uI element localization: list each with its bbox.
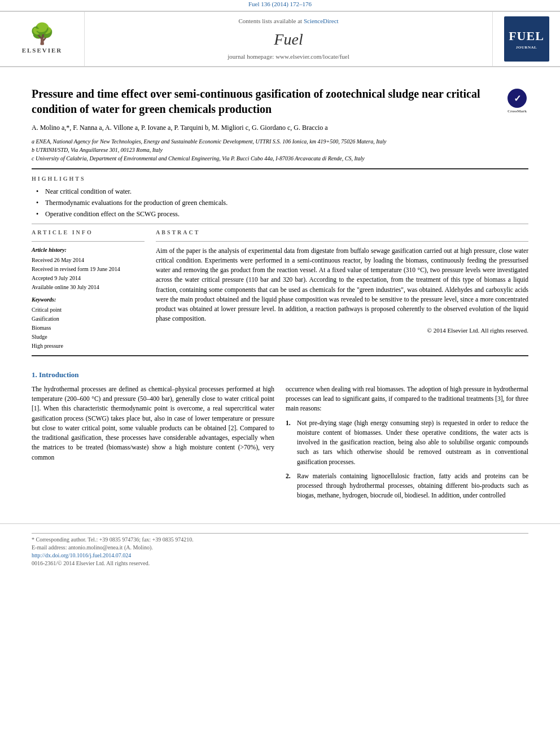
- highlight-1: Near critical condition of water.: [36, 186, 528, 196]
- abstract-text: Aim of the paper is the analysis of expe…: [156, 246, 528, 324]
- authors-text: A. Molino a,*, F. Nanna a, A. Villone a,…: [32, 124, 328, 132]
- intro-numbered-list: 1. Not pre-drying stage (high energy con…: [286, 418, 528, 501]
- highlights-label: HIGHLIGHTS: [32, 175, 528, 183]
- affiliations: a ENEA, National Agency for New Technolo…: [32, 137, 528, 163]
- page: Fuel 136 (2014) 172–176 🌳 ELSEVIER Conte…: [0, 0, 560, 572]
- affiliation-a: a ENEA, National Agency for New Technolo…: [32, 137, 528, 146]
- elsevier-tree-icon: 🌳: [29, 24, 55, 44]
- received-revised: Received in revised form 19 June 2014: [32, 265, 145, 273]
- abstract-label: ABSTRACT: [156, 229, 528, 237]
- elsevier-text: ELSEVIER: [22, 46, 63, 55]
- article-info-label: ARTICLE INFO: [32, 229, 145, 237]
- page-footer: * Corresponding author. Tel.: +39 0835 9…: [0, 523, 560, 572]
- section-divider-1: [32, 224, 528, 224]
- highlights-list: Near critical condition of water. Thermo…: [32, 186, 528, 219]
- journal-center: Contents lists available at ScienceDirec…: [85, 12, 492, 66]
- fuel-logo: FUEL JOURNAL: [504, 16, 549, 62]
- copyright-line: © 2014 Elsevier Ltd. All rights reserved…: [156, 326, 528, 335]
- abstract-col: ABSTRACT Aim of the paper is the analysi…: [156, 229, 528, 351]
- article-title-text: Pressure and time effect over semi-conti…: [32, 86, 506, 117]
- journal-ref: Fuel 136 (2014) 172–176: [248, 1, 312, 7]
- info-divider: [32, 241, 145, 242]
- article-title-block: Pressure and time effect over semi-conti…: [32, 86, 528, 117]
- intro-para-right-1: occurrence when dealing with real biomas…: [286, 385, 528, 414]
- affiliation-b: b UTRINН/STD, Via Anguillarese 301, 0012…: [32, 146, 528, 154]
- keyword-3: Biomass: [32, 324, 145, 333]
- main-content: Pressure and time effect over semi-conti…: [0, 67, 560, 514]
- list-item-1: 1. Not pre-drying stage (high energy con…: [286, 418, 528, 467]
- intro-left-col: The hydrothermal processes are defined a…: [32, 385, 274, 505]
- intro-para-1: The hydrothermal processes are defined a…: [32, 385, 274, 462]
- intro-right-col: occurrence when dealing with real biomas…: [286, 385, 528, 505]
- fuel-logo-box: FUEL JOURNAL: [492, 12, 560, 66]
- elsevier-logo: 🌳 ELSEVIER: [0, 12, 85, 66]
- article-info-col: ARTICLE INFO Article history: Received 2…: [32, 229, 145, 351]
- contents-text: Contents lists available at: [238, 18, 302, 24]
- crossmark-icon: ✓: [508, 89, 527, 108]
- footer-email: E-mail address: antonio.molino@enea.it (…: [32, 544, 528, 552]
- received: Received 26 May 2014: [32, 256, 145, 264]
- contents-line: Contents lists available at ScienceDirec…: [238, 17, 338, 25]
- crossmark-badge: ✓ CrossMark: [506, 89, 528, 114]
- abstract-divider: [156, 241, 528, 242]
- keyword-4: Sludge: [32, 333, 145, 342]
- footer-corr: * Corresponding author. Tel.: +39 0835 9…: [32, 536, 528, 544]
- body-divider: [32, 355, 528, 356]
- authors-line: A. Molino a,*, F. Nanna a, A. Villone a,…: [32, 123, 528, 133]
- history-label: Article history:: [32, 246, 145, 254]
- footer-issn: 0016-2361/© 2014 Elsevier Ltd. All right…: [32, 560, 528, 567]
- sciencedirect-link[interactable]: ScienceDirect: [304, 18, 339, 24]
- keyword-1: Critical point: [32, 305, 145, 314]
- list-item-2: 2. Raw materials containing lignocellulo…: [286, 471, 528, 501]
- highlight-2: Thermodynamic evaluations for the produc…: [36, 198, 528, 208]
- intro-body-cols: The hydrothermal processes are defined a…: [32, 385, 528, 505]
- journal-ref-line: Fuel 136 (2014) 172–176: [0, 0, 560, 8]
- info-abstract-cols: ARTICLE INFO Article history: Received 2…: [32, 229, 528, 351]
- corresponding-author-note: * Corresponding author. Tel.: +39 0835 9…: [32, 533, 528, 552]
- journal-homepage: journal homepage: www.elsevier.com/locat…: [228, 53, 349, 61]
- introduction-section: 1. Introduction The hydrothermal process…: [32, 370, 528, 505]
- highlights-section: HIGHLIGHTS Near critical condition of wa…: [32, 175, 528, 219]
- main-divider: [32, 168, 528, 169]
- keyword-2: Gasification: [32, 314, 145, 324]
- footer-doi: http://dx.doi.org/10.1016/j.fuel.2014.07…: [32, 552, 528, 560]
- journal-name: Fuel: [274, 28, 303, 50]
- highlight-3: Operative condition effect on the SCWG p…: [36, 209, 528, 219]
- keyword-5: High pressure: [32, 342, 145, 351]
- header-banner: 🌳 ELSEVIER Contents lists available at S…: [0, 11, 560, 67]
- crossmark-label: CrossMark: [508, 109, 527, 114]
- keywords-list: Critical point Gasification Biomass Slud…: [32, 305, 145, 351]
- keywords-label: Keywords:: [32, 296, 145, 304]
- affiliation-c: c University of Calabria, Department of …: [32, 154, 528, 163]
- intro-heading: 1. Introduction: [32, 370, 528, 380]
- available-online: Available online 30 July 2014: [32, 283, 145, 291]
- accepted: Accepted 9 July 2014: [32, 274, 145, 282]
